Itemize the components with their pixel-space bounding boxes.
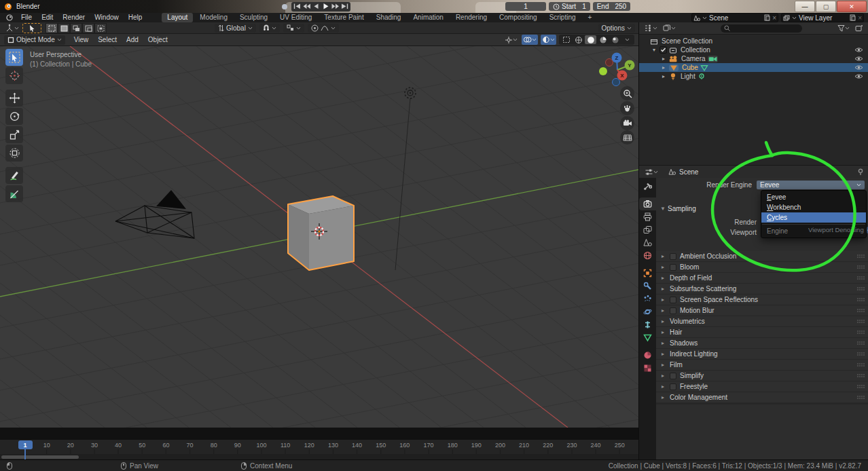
properties-editor-type-selector[interactable] <box>643 167 659 177</box>
start-frame-field[interactable]: Start 1 <box>549 2 590 11</box>
tool-measure-button[interactable] <box>5 185 23 202</box>
unlink-scene-icon[interactable]: × <box>772 14 776 22</box>
toggle-orthographic-button[interactable] <box>620 130 634 145</box>
drag-dots-icon[interactable] <box>856 297 865 302</box>
drag-dots-icon[interactable] <box>856 254 865 259</box>
properties-tab-view-layer[interactable] <box>639 223 656 236</box>
cube-object[interactable] <box>288 196 354 270</box>
tool-transform-button[interactable] <box>5 145 23 162</box>
workspace-tab-layout[interactable]: Layout <box>162 13 193 22</box>
timeline-ruler[interactable]: 1020304050607080901001101201301401501601… <box>0 440 638 459</box>
workspace-tab-compositing[interactable]: Compositing <box>494 13 543 22</box>
panel-subsurface-scattering[interactable]: ▸ Subsurface Scattering <box>656 284 868 294</box>
outliner-display-mode-dropdown[interactable] <box>643 23 659 33</box>
properties-tab-tool[interactable] <box>639 180 656 193</box>
workspace-tab-modeling[interactable]: Modeling <box>194 13 233 22</box>
proportional-editing-controls[interactable] <box>308 24 339 33</box>
properties-tab-modifiers[interactable] <box>639 280 656 293</box>
xray-toggle[interactable] <box>541 35 556 45</box>
panel-checkbox[interactable] <box>670 297 676 303</box>
panel-checkbox[interactable] <box>670 264 676 271</box>
transform-orientation-dropdown[interactable]: Global <box>215 24 256 33</box>
workspace-tab-shading[interactable]: Shading <box>371 13 407 22</box>
panel-motion-blur[interactable]: ▸ Motion Blur <box>656 305 868 316</box>
timeline-scrollbar[interactable] <box>1 455 79 459</box>
properties-tab-texture[interactable] <box>639 362 656 375</box>
current-frame-field[interactable]: 1 <box>505 2 546 11</box>
engine-option-eevee[interactable]: Eevee <box>761 192 866 202</box>
select-mode-button-2[interactable] <box>70 23 82 33</box>
select-mode-button-4[interactable] <box>94 23 107 33</box>
outliner-row-cube[interactable]: ▸ Cube <box>639 63 868 72</box>
viewport-menu-add[interactable]: Add <box>122 36 143 43</box>
workspace-tab-sculpting[interactable]: Sculpting <box>234 13 273 22</box>
panel-screen-space-reflections[interactable]: ▸ Screen Space Reflections <box>656 295 868 305</box>
remove-view-layer-icon[interactable]: × <box>858 14 862 22</box>
drag-dots-icon[interactable] <box>856 352 865 356</box>
shading-solid-icon[interactable] <box>585 35 596 44</box>
active-tool-button[interactable] <box>22 23 41 33</box>
pin-icon[interactable] <box>857 168 864 176</box>
viewport-menu-view[interactable]: View <box>69 36 94 43</box>
panel-color-management[interactable]: ▸ Color Management <box>656 392 868 402</box>
tool-select-box-button[interactable] <box>5 49 23 66</box>
viewport-menu-object[interactable]: Object <box>143 36 173 43</box>
drag-dots-icon[interactable] <box>856 286 865 291</box>
properties-tab-scene[interactable] <box>639 236 656 249</box>
mode-dropdown[interactable]: Object Mode <box>4 35 65 45</box>
play-button[interactable] <box>321 3 330 11</box>
tool-scale-button[interactable] <box>5 126 23 143</box>
snap-target-dropdown[interactable] <box>283 24 304 33</box>
workspace-tab-scripting[interactable]: Scripting <box>544 13 581 22</box>
editor-type-selector[interactable] <box>3 23 20 33</box>
engine-option-cycles[interactable]: Cycles <box>761 212 866 223</box>
tool-annotate-button[interactable] <box>5 167 23 184</box>
menu-help[interactable]: Help <box>124 13 147 22</box>
panel-checkbox[interactable] <box>670 253 676 260</box>
chevron-down-icon[interactable] <box>621 35 633 44</box>
record-button[interactable] <box>280 3 289 11</box>
panel-simplify[interactable]: ▸ Simplify <box>656 371 868 381</box>
workspace-tab-texture-paint[interactable]: Texture Paint <box>319 13 369 22</box>
properties-tab-particles[interactable] <box>639 293 656 305</box>
close-button[interactable]: ✕ <box>837 1 867 12</box>
tool-move-button[interactable] <box>5 90 23 107</box>
panel-ambient-occlusion[interactable]: ▸ Ambient Occlusion <box>656 251 868 261</box>
drag-dots-icon[interactable] <box>856 308 865 313</box>
panel-volumetrics[interactable]: ▸ Volumetrics <box>656 316 868 326</box>
blender-app-icon[interactable] <box>5 14 14 21</box>
show-overlays-toggle[interactable] <box>522 35 538 45</box>
drag-dots-icon[interactable] <box>856 395 865 400</box>
minimize-button[interactable]: — <box>795 1 815 12</box>
zoom-view-button[interactable] <box>620 86 634 100</box>
collection-checkbox[interactable] <box>659 46 667 54</box>
panel-checkbox[interactable] <box>670 383 676 390</box>
3d-viewport[interactable]: Z Y X User Perspective (1) Collection | … <box>0 46 638 428</box>
drag-dots-icon[interactable] <box>856 362 865 367</box>
render-engine-dropdown[interactable]: Eevee <box>757 181 865 189</box>
eye-icon[interactable] <box>854 47 863 53</box>
jump-to-end-button[interactable] <box>340 3 349 11</box>
properties-tab-object-data[interactable] <box>639 331 656 344</box>
workspace-tab-rendering[interactable]: Rendering <box>450 13 492 22</box>
panel-shadows[interactable]: ▸ Shadows <box>656 338 868 348</box>
drag-dots-icon[interactable] <box>856 341 865 345</box>
menu-window[interactable]: Window <box>90 13 124 22</box>
engine-option-workbench[interactable]: Workbench <box>761 202 866 212</box>
properties-tab-output[interactable] <box>639 210 656 223</box>
panel-indirect-lighting[interactable]: ▸ Indirect Lighting <box>656 349 868 359</box>
select-mode-button-1[interactable] <box>58 23 70 33</box>
shading-wireframe-icon[interactable] <box>573 35 584 44</box>
navigation-gizmo[interactable]: Z Y X <box>599 53 635 86</box>
end-frame-field[interactable]: End 250 <box>593 2 630 11</box>
panel-bloom[interactable]: ▸ Bloom <box>656 262 868 272</box>
drag-dots-icon[interactable] <box>856 384 865 389</box>
drag-dots-icon[interactable] <box>856 265 865 269</box>
panel-depth-of-field[interactable]: ▸ Depth of Field <box>656 273 868 283</box>
outliner-search-input[interactable] <box>721 24 802 33</box>
drag-dots-icon[interactable] <box>856 319 865 324</box>
xray-box-icon[interactable] <box>560 35 572 44</box>
properties-tab-physics[interactable] <box>639 305 656 318</box>
pan-view-button[interactable] <box>620 101 634 115</box>
sampling-panel-header[interactable]: ▼ Sampling <box>660 205 696 212</box>
